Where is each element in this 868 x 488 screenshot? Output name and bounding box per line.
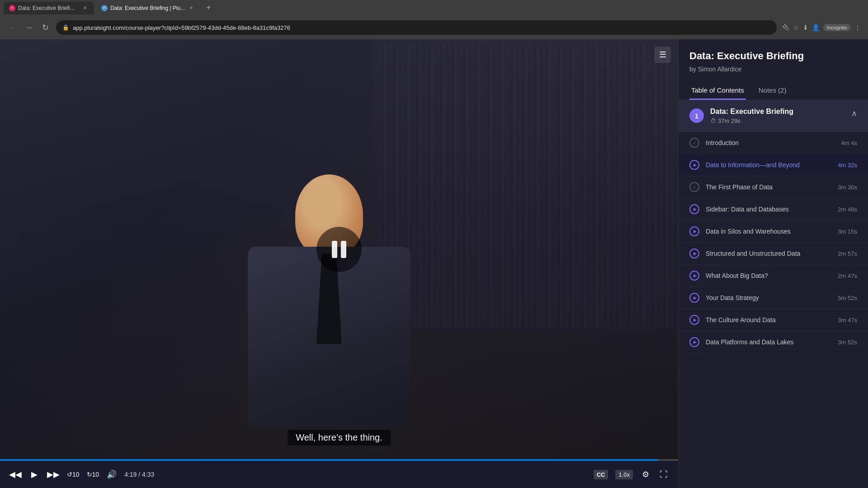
forward-button[interactable]: →	[24, 23, 34, 33]
lesson-title-big-data: What About Big Data?	[706, 272, 831, 279]
clock-icon: ⏱	[710, 117, 716, 124]
module-number: 1	[689, 108, 704, 123]
lesson-duration-data-silos: 3m 15s	[838, 228, 857, 235]
play-icon-data-info	[689, 160, 699, 170]
tab-notes[interactable]: Notes (2)	[757, 82, 788, 100]
back-button[interactable]: ←	[7, 23, 18, 33]
sidebar-header: Data: Executive Briefing by Simon Allard…	[679, 39, 868, 100]
play-icon-data-platforms	[689, 337, 699, 347]
lesson-introduction[interactable]: Introduction 4m 4s	[679, 132, 868, 154]
lesson-big-data[interactable]: What About Big Data? 2m 47s	[679, 265, 868, 287]
lesson-title-intro: Introduction	[706, 139, 835, 146]
url-text: app.pluralsight.com/course-player?clipId…	[73, 24, 290, 31]
lesson-icon-intro	[689, 138, 699, 148]
speed-button[interactable]: 1.0x	[615, 470, 633, 479]
address-bar-actions: 🔌 ☆ ⬇ 👤 Incognito ⋮	[782, 24, 861, 31]
lesson-data-silos[interactable]: Data in Silos and Warehouses 3m 15s	[679, 221, 868, 243]
module-collapse-button[interactable]: ∧	[851, 108, 857, 118]
lesson-icon-data-platforms	[689, 337, 699, 347]
volume-button[interactable]: 🔊	[106, 469, 117, 479]
time-display: 4:19 / 4:33	[124, 471, 154, 478]
lesson-icon-sidebar-db	[689, 204, 699, 214]
progress-bar-container[interactable]	[0, 459, 678, 461]
sidebar-tabs: Table of Contents Notes (2)	[679, 82, 868, 100]
lesson-icon-culture	[689, 315, 699, 325]
lesson-culture[interactable]: The Culture Around Data 3m 47s	[679, 309, 868, 331]
lesson-duration-first-phase: 3m 30s	[838, 184, 857, 191]
play-button[interactable]: ▶	[29, 469, 40, 479]
progress-bar[interactable]	[0, 459, 678, 461]
skip-forward-button[interactable]: ▶▶	[47, 469, 60, 479]
download-icon[interactable]: ⬇	[803, 24, 808, 31]
lesson-structured[interactable]: Structured and Unstructured Data 2m 57s	[679, 243, 868, 265]
lesson-title-data-strategy: Your Data Strategy	[706, 294, 831, 301]
video-container[interactable]: Well, here’s the thing. ☰	[0, 39, 678, 459]
lesson-title-culture: The Culture Around Data	[706, 316, 831, 324]
course-author: by Simon Allardice	[689, 66, 857, 73]
lesson-data-info[interactable]: Data to Information—and Beyond 4m 32s	[679, 154, 868, 176]
tab-close-1[interactable]: ✕	[81, 5, 89, 12]
pause-bar-left	[332, 241, 337, 258]
lesson-data-platforms[interactable]: Data Platforms and Data Lakes 3m 52s	[679, 331, 868, 353]
pause-bar-right	[341, 241, 346, 258]
new-tab-button[interactable]: +	[202, 2, 215, 14]
course-title: Data: Executive Briefing	[689, 50, 857, 62]
address-bar: ← → ↻ 🔒 app.pluralsight.com/course-playe…	[0, 16, 868, 39]
lesson-icon-first-phase	[689, 182, 699, 192]
lesson-icon-data-silos	[689, 226, 699, 236]
extensions-icon[interactable]: 🔌	[782, 24, 790, 31]
current-time: 4:19	[124, 471, 137, 478]
browser-tab-2[interactable]: P Data: Executive Briefing | Plu... ✕	[96, 2, 200, 14]
lesson-icon-data-info	[689, 160, 699, 170]
play-icon-data-strategy	[689, 293, 699, 303]
lesson-duration-culture: 3m 47s	[838, 317, 857, 324]
video-controls: ◀◀ ▶ ▶▶ ↺10 ↻10 🔊 4:19 / 4:33 CC 1.0x ⚙ …	[0, 461, 678, 488]
browser-tab-1[interactable]: P Data: Executive Briefi... ✕	[4, 2, 94, 14]
sidebar-toggle-button[interactable]: ☰	[655, 47, 671, 63]
module-header: 1 Data: Executive Briefing ⏱ 37m 29s ∧	[679, 100, 868, 132]
lesson-icon-big-data	[689, 271, 699, 281]
settings-button[interactable]: ⚙	[640, 469, 651, 479]
url-box[interactable]: 🔒 app.pluralsight.com/course-player?clip…	[56, 20, 777, 35]
lesson-sidebar-db[interactable]: Sidebar: Data and Databases 2m 48s	[679, 198, 868, 221]
play-icon-culture	[689, 315, 699, 325]
profile-icon[interactable]: 👤	[812, 24, 820, 31]
captions-button[interactable]: CC	[594, 470, 609, 479]
lesson-duration-data-info: 4m 32s	[838, 162, 857, 169]
reload-button[interactable]: ↻	[40, 23, 51, 33]
rewind-10-button[interactable]: ↺10	[67, 471, 80, 478]
lesson-title-structured: Structured and Unstructured Data	[706, 250, 831, 257]
fullscreen-button[interactable]: ⛶	[658, 470, 669, 479]
lesson-title-data-info: Data to Information—and Beyond	[706, 161, 831, 169]
module-info: Data: Executive Briefing ⏱ 37m 29s	[710, 108, 845, 124]
lesson-title-sidebar-db: Sidebar: Data and Databases	[706, 206, 831, 213]
subtitle-bar: Well, here’s the thing.	[288, 430, 391, 446]
menu-icon[interactable]: ⋮	[854, 24, 861, 31]
bookmark-icon[interactable]: ☆	[793, 24, 799, 31]
lesson-title-data-silos: Data in Silos and Warehouses	[706, 228, 831, 235]
check-icon-intro	[689, 138, 699, 148]
lesson-data-strategy[interactable]: Your Data Strategy 5m 52s	[679, 287, 868, 309]
lesson-duration-data-strategy: 5m 52s	[838, 295, 857, 301]
play-icon-sidebar-db	[689, 204, 699, 214]
title-bar: P Data: Executive Briefi... ✕ P Data: Ex…	[0, 0, 868, 16]
tab-toc[interactable]: Table of Contents	[689, 82, 746, 100]
lesson-title-data-platforms: Data Platforms and Data Lakes	[706, 338, 831, 346]
check-icon-first-phase	[689, 182, 699, 192]
hamburger-icon: ☰	[659, 50, 666, 60]
play-icon-big-data	[689, 271, 699, 281]
forward-10-button[interactable]: ↻10	[87, 471, 99, 478]
lesson-duration-sidebar-db: 2m 48s	[838, 206, 857, 213]
total-time: 4:33	[142, 471, 154, 478]
subtitle-text: Well, here’s the thing.	[296, 432, 382, 442]
lesson-icon-structured	[689, 249, 699, 258]
lesson-first-phase[interactable]: The First Phase of Data 3m 30s	[679, 176, 868, 198]
pause-button[interactable]	[316, 227, 362, 272]
skip-back-button[interactable]: ◀◀	[9, 469, 22, 479]
tab-close-2[interactable]: ✕	[188, 5, 195, 12]
module-duration: ⏱ 37m 29s	[710, 117, 845, 124]
lesson-duration-intro: 4m 4s	[841, 140, 857, 146]
tab-title-1: Data: Executive Briefi...	[18, 5, 79, 11]
pause-icon	[332, 241, 346, 258]
tab-favicon-1: P	[9, 5, 15, 11]
